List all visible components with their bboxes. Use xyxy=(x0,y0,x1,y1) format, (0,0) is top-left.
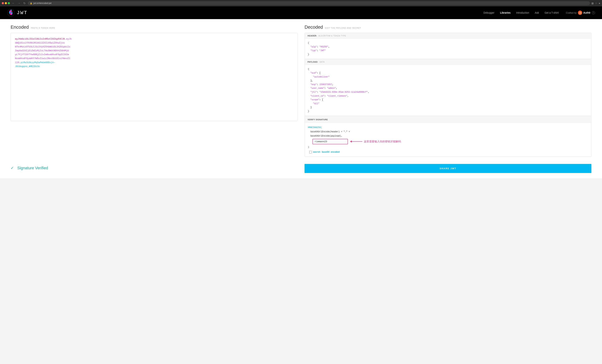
signature-verified-text: Signature Verified xyxy=(17,166,48,170)
decoded-header: Decoded EDIT THE PAYLOAD AND SECRET xyxy=(304,24,591,30)
decoded-panel: HEADER: ALGORITHM & TOKEN TYPE { "alg": … xyxy=(304,33,591,157)
url-bar[interactable]: 🔒 jwt.io/#encoded-jwt xyxy=(28,1,590,5)
auth0-text: Auth0 xyxy=(583,11,590,14)
verify-body: HMACSHA256( base64UrlEncode(header) + ".… xyxy=(305,123,591,157)
payload-label: PAYLOAD: xyxy=(308,61,318,63)
nav-introduction[interactable]: Introduction xyxy=(516,11,529,14)
arrow-head xyxy=(350,140,352,143)
decoded-title: Decoded xyxy=(304,24,323,30)
secret-input[interactable] xyxy=(312,139,348,144)
header-label: HEADER: xyxy=(308,35,317,37)
maximize-dot[interactable] xyxy=(8,2,10,4)
nav-ask[interactable]: Ask xyxy=(535,11,539,14)
cast-icon[interactable]: ▦ xyxy=(591,2,594,5)
crafted-by-text: Crafted by xyxy=(566,11,577,14)
browser-chrome: ← → ↻ 🔒 jwt.io/#encoded-jwt ▦ ☆ ● xyxy=(0,0,602,6)
navbar-links: Debugger Libraries Introduction Ask Get … xyxy=(484,11,559,14)
verify-line2: base64UrlEncode(payload), xyxy=(308,134,588,138)
encoded-subtitle: PASTE A TOKEN HERE xyxy=(31,27,55,29)
main-content: Encoded PASTE A TOKEN HERE eyJhbGciOiJIU… xyxy=(0,19,602,164)
help-icon[interactable]: ? xyxy=(592,11,595,14)
forward-button[interactable]: → xyxy=(17,2,21,5)
secret-base64-row: secret base64 encoded xyxy=(308,150,588,154)
decoded-subtitle: EDIT THE PAYLOAD AND SECRET xyxy=(325,27,361,29)
verify-func-text: HMACSHA256( xyxy=(308,126,322,129)
verified-check-icon: ✓ xyxy=(11,166,14,170)
verify-line1: base64UrlEncode(header) + "." + xyxy=(308,130,588,134)
crafted-by: Crafted by A Auth0 ? xyxy=(566,10,595,15)
header-segment-header: HEADER: ALGORITHM & TOKEN TYPE xyxy=(305,33,591,39)
verify-label: VERIFY SIGNATURE xyxy=(308,118,328,121)
share-section: SHARE JWT xyxy=(304,164,591,173)
signature-verified-section: ✓ Signature Verified xyxy=(11,164,298,173)
secret-base64-checkbox[interactable] xyxy=(309,151,312,153)
logo-text: JWT xyxy=(17,10,28,16)
encoded-header: Encoded PASTE A TOKEN HERE xyxy=(11,24,298,30)
jwt-header: eyJhbGciOiJIUzI1NiIsInR5cCI6IkpXVCJ9 xyxy=(15,38,65,40)
logo[interactable]: JWT xyxy=(7,9,28,17)
arrow-line xyxy=(350,140,362,143)
minimize-dot[interactable] xyxy=(5,2,7,4)
auth0-logo: A Auth0 xyxy=(578,10,590,15)
nav-libraries[interactable]: Libraries xyxy=(500,11,511,14)
nav-debugger[interactable]: Debugger xyxy=(484,11,494,14)
verify-func-line: HMACSHA256( xyxy=(308,125,588,130)
auth0-icon: A xyxy=(578,10,582,15)
decoded-section: Decoded EDIT THE PAYLOAD AND SECRET HEAD… xyxy=(304,24,591,157)
browser-dots xyxy=(2,2,10,4)
header-body[interactable]: { "alg": "HS256", "typ": "JWT" } xyxy=(305,39,591,59)
payload-segment-header: PAYLOAD: DATA xyxy=(305,59,591,65)
jwt-payload-encoded: eyJhdWQiOlsiYXV0b2RlbGl2ZXIiXSwiZXhwIjox… xyxy=(15,38,72,64)
jwt-token[interactable]: eyJhbGciOiJIUzI1NiIsInR5cCI6IkpXVCJ9.eyJ… xyxy=(15,37,293,68)
annotation-arrow: 这里需要输入你的密钥才能解码 xyxy=(350,139,401,144)
verify-segment: VERIFY SIGNATURE HMACSHA256( base64UrlEn… xyxy=(305,116,591,157)
secret-base64-label: secret base64 encoded xyxy=(313,150,340,154)
payload-body[interactable]: { "aud": [ "autodeliver" ], "exp": 15983… xyxy=(305,65,591,116)
close-dot[interactable] xyxy=(2,2,4,4)
share-jwt-button[interactable]: SHARE JWT xyxy=(304,164,591,173)
verify-close-line: ) xyxy=(308,145,588,149)
arrow-shaft xyxy=(352,141,362,142)
logo-icon xyxy=(7,9,15,17)
payload-segment: PAYLOAD: DATA { "aud": [ "autodeliver" ]… xyxy=(305,59,591,116)
annotation-text: 这里需要输入你的密钥才能解码 xyxy=(364,139,401,144)
browser-actions: ▦ ☆ ● xyxy=(591,2,600,5)
header-sub: ALGORITHM & TOKEN TYPE xyxy=(319,35,346,37)
secret-input-row: 这里需要输入你的密钥才能解码 xyxy=(308,139,588,144)
bottom-row: ✓ Signature Verified SHARE JWT xyxy=(0,164,602,178)
back-button[interactable]: ← xyxy=(11,2,16,5)
encoded-box[interactable]: eyJhbGciOiJIUzI1NiIsInR5cCI6IkpXVCJ9.eyJ… xyxy=(11,33,298,121)
url-text: jwt.io/#encoded-jwt xyxy=(33,2,52,4)
encoded-title: Encoded xyxy=(11,24,29,30)
encoded-section: Encoded PASTE A TOKEN HERE eyJhbGciOiJIU… xyxy=(11,24,298,157)
bookmark-icon[interactable]: ☆ xyxy=(595,2,597,5)
sections-row: Encoded PASTE A TOKEN HERE eyJhbGciOiJIU… xyxy=(11,24,591,157)
payload-sub: DATA xyxy=(320,61,325,63)
header-segment: HEADER: ALGORITHM & TOKEN TYPE { "alg": … xyxy=(305,33,591,59)
reload-button[interactable]: ↻ xyxy=(23,2,26,5)
nav-tshirt[interactable]: Get a T-shirt! xyxy=(545,11,559,14)
navbar: JWT Debugger Libraries Introduction Ask … xyxy=(0,6,602,19)
lock-icon: 🔒 xyxy=(30,2,32,4)
verify-header: VERIFY SIGNATURE xyxy=(305,116,591,123)
profile-icon[interactable]: ● xyxy=(599,2,600,5)
jwt-signature: yLMa3i8kyyMqSwPmUm0ODsjn—JGtAugqno_AMEI0… xyxy=(15,61,55,68)
